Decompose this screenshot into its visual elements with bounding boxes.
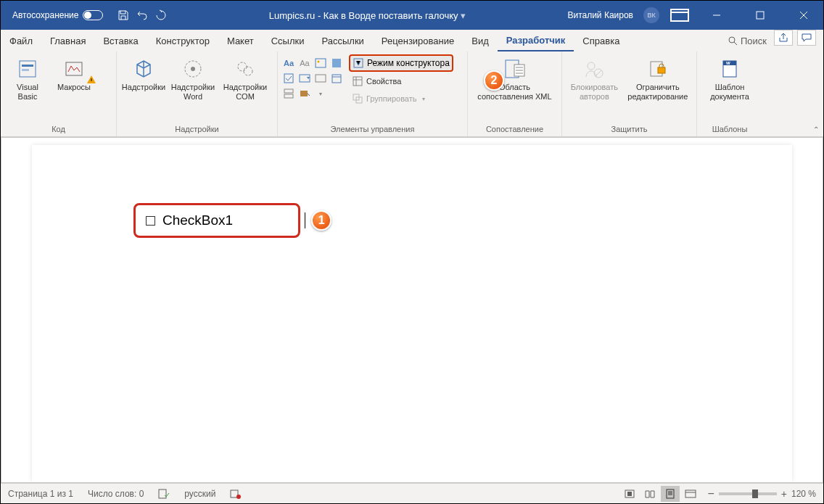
group-button: Группировать ▾ bbox=[349, 91, 453, 107]
document-title: Lumpics.ru - Как в Ворде поставить галоч… bbox=[167, 10, 567, 21]
svg-rect-17 bbox=[332, 75, 341, 83]
tab-layout[interactable]: Макет bbox=[218, 30, 263, 51]
checkbox-icon[interactable] bbox=[146, 216, 155, 226]
svg-point-36 bbox=[236, 495, 241, 499]
collapse-ribbon-icon[interactable]: ⌃ bbox=[813, 125, 819, 133]
undo-icon[interactable] bbox=[136, 9, 148, 21]
view-print-icon[interactable] bbox=[661, 486, 680, 502]
svg-rect-1 bbox=[757, 12, 764, 19]
group-addins-label: Надстройки bbox=[121, 125, 273, 135]
svg-point-9 bbox=[238, 62, 247, 71]
design-mode-button[interactable]: Режим конструктора bbox=[349, 54, 453, 72]
share-button[interactable] bbox=[774, 30, 793, 46]
svg-rect-0 bbox=[671, 9, 688, 21]
search-box[interactable]: Поиск bbox=[728, 30, 774, 51]
tab-references[interactable]: Ссылки bbox=[263, 30, 313, 51]
callout-badge-1: 1 bbox=[311, 210, 331, 231]
status-spellcheck[interactable] bbox=[151, 488, 177, 500]
zoom-in-button[interactable]: + bbox=[781, 488, 787, 500]
document-page[interactable]: CheckBox1 1 bbox=[32, 145, 792, 482]
zoom-level[interactable]: 120 % bbox=[791, 489, 816, 499]
close-button[interactable] bbox=[787, 1, 820, 30]
ribbon-tabs: Файл Главная Вставка Конструктор Макет С… bbox=[1, 30, 823, 51]
tab-file[interactable]: Файл bbox=[1, 30, 41, 51]
xml-mapping-icon bbox=[503, 57, 527, 80]
tab-design[interactable]: Конструктор bbox=[147, 30, 218, 51]
svg-rect-5 bbox=[22, 69, 29, 71]
properties-button[interactable]: Свойства bbox=[349, 73, 453, 89]
status-language[interactable]: русский bbox=[177, 489, 223, 499]
toggle-off-icon[interactable] bbox=[83, 10, 103, 20]
visual-basic-icon bbox=[16, 57, 39, 80]
user-name[interactable]: Виталий Каиров bbox=[567, 10, 633, 20]
svg-point-27 bbox=[588, 62, 595, 70]
tab-mailings[interactable]: Рассылки bbox=[313, 30, 372, 51]
status-page[interactable]: Страница 1 из 1 bbox=[1, 489, 81, 499]
picture-control-icon[interactable] bbox=[314, 57, 327, 70]
checkbox-control-icon[interactable] bbox=[282, 72, 295, 85]
svg-rect-19 bbox=[284, 94, 293, 98]
svg-point-10 bbox=[244, 67, 252, 75]
view-focus-icon[interactable] bbox=[620, 486, 639, 502]
autosave-toggle[interactable]: Автосохранение bbox=[12, 10, 103, 20]
tab-developer[interactable]: Разработчик bbox=[498, 30, 574, 51]
group-mapping-label: Сопоставление bbox=[472, 125, 557, 135]
view-web-icon[interactable] bbox=[681, 486, 700, 502]
buildingblock-control-icon[interactable] bbox=[330, 57, 343, 70]
macros-button[interactable]: Макросы bbox=[52, 54, 96, 94]
addins-icon bbox=[132, 57, 155, 80]
search-label: Поиск bbox=[741, 36, 767, 46]
tab-view[interactable]: Вид bbox=[463, 30, 498, 51]
document-area[interactable]: CheckBox1 1 bbox=[1, 137, 823, 483]
svg-rect-4 bbox=[22, 65, 33, 67]
view-read-icon[interactable] bbox=[640, 486, 659, 502]
status-macro-recording[interactable] bbox=[223, 488, 249, 500]
comments-button[interactable] bbox=[797, 30, 816, 46]
restrict-editing-icon bbox=[646, 57, 670, 80]
redo-icon[interactable] bbox=[155, 9, 167, 21]
svg-rect-34 bbox=[159, 489, 166, 498]
dropdown-control-icon[interactable] bbox=[314, 72, 327, 85]
ribbon: Visual Basic Макросы Код Надстройки Надс… bbox=[1, 51, 823, 137]
activex-checkbox-control[interactable]: CheckBox1 bbox=[133, 203, 300, 238]
title-bar: Автосохранение Lumpics.ru - Как в Ворде … bbox=[1, 1, 823, 30]
plaintext-control-icon[interactable]: Aa bbox=[298, 57, 311, 70]
user-avatar[interactable]: ВК bbox=[643, 7, 659, 23]
com-addins-button[interactable]: Надстройки COM bbox=[220, 54, 271, 103]
tab-help[interactable]: Справка bbox=[574, 30, 628, 51]
group-protect-label: Защитить bbox=[566, 125, 692, 135]
tab-home[interactable]: Главная bbox=[41, 30, 94, 51]
group-templates-label: Шаблоны bbox=[701, 125, 758, 135]
ribbon-display-options-icon[interactable] bbox=[670, 5, 690, 25]
visual-basic-button[interactable]: Visual Basic bbox=[5, 54, 50, 103]
svg-point-12 bbox=[318, 61, 320, 63]
svg-rect-22 bbox=[353, 77, 362, 86]
tab-insert[interactable]: Вставка bbox=[94, 30, 147, 51]
word-addins-button[interactable]: Надстройки Word bbox=[168, 54, 218, 103]
restrict-editing-button[interactable]: Ограничить редактирование bbox=[624, 54, 692, 103]
controls-gallery[interactable]: Aa Aa ▾ bbox=[282, 54, 343, 100]
save-icon[interactable] bbox=[118, 9, 129, 21]
minimize-button[interactable] bbox=[700, 1, 733, 30]
zoom-slider[interactable] bbox=[719, 492, 777, 495]
legacy-tools-icon[interactable] bbox=[298, 87, 311, 100]
svg-rect-11 bbox=[316, 59, 326, 67]
svg-point-8 bbox=[191, 67, 195, 71]
repeating-control-icon[interactable] bbox=[282, 87, 295, 100]
datepicker-control-icon[interactable] bbox=[330, 72, 343, 85]
combobox-control-icon[interactable] bbox=[298, 72, 311, 85]
macros-icon bbox=[62, 57, 86, 80]
block-authors-icon bbox=[582, 57, 606, 80]
tab-review[interactable]: Рецензирование bbox=[373, 30, 463, 51]
svg-rect-40 bbox=[685, 490, 696, 497]
zoom-out-button[interactable]: − bbox=[707, 487, 714, 500]
svg-rect-14 bbox=[284, 74, 293, 83]
svg-text:W: W bbox=[726, 61, 730, 65]
svg-rect-13 bbox=[332, 59, 341, 67]
document-template-button[interactable]: W Шаблон документа bbox=[701, 54, 758, 103]
status-word-count[interactable]: Число слов: 0 bbox=[81, 489, 151, 499]
addins-button[interactable]: Надстройки bbox=[121, 54, 166, 94]
svg-rect-38 bbox=[627, 492, 632, 496]
richtext-control-icon[interactable]: Aa bbox=[282, 57, 295, 70]
maximize-button[interactable] bbox=[743, 1, 777, 30]
